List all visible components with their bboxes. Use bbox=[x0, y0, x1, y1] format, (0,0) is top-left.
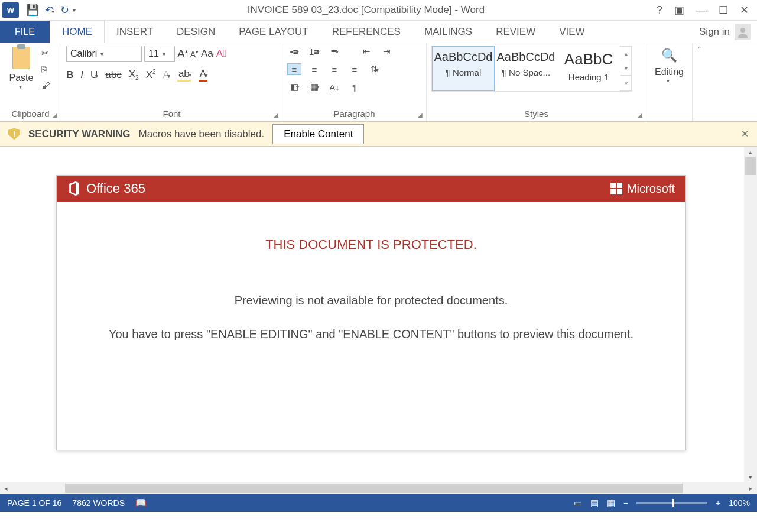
undo-icon[interactable]: ↶▾ bbox=[45, 4, 54, 17]
tab-references[interactable]: REFERENCES bbox=[320, 21, 412, 43]
collapse-ribbon-icon[interactable]: ˄ bbox=[693, 43, 706, 121]
tab-view[interactable]: VIEW bbox=[547, 21, 596, 43]
print-layout-icon[interactable]: ▤ bbox=[590, 498, 599, 508]
italic-button[interactable]: I bbox=[80, 69, 83, 81]
strikethrough-button[interactable]: abc bbox=[105, 69, 121, 81]
clear-formatting-icon[interactable]: A⃠ bbox=[216, 48, 227, 60]
tab-page-layout[interactable]: PAGE LAYOUT bbox=[227, 21, 320, 43]
styles-gallery-scroll[interactable]: ▴ ▾ ▿ bbox=[620, 46, 632, 91]
justify-icon[interactable]: ≡ bbox=[347, 63, 362, 75]
zoom-level[interactable]: 100% bbox=[729, 498, 750, 508]
increase-indent-icon[interactable]: ⇥ bbox=[379, 46, 394, 57]
align-center-icon[interactable]: ≡ bbox=[307, 63, 321, 75]
spelling-icon[interactable]: 📖 bbox=[135, 498, 147, 508]
close-icon[interactable]: ✕ bbox=[740, 4, 749, 17]
line-spacing-icon[interactable]: ⇅▾ bbox=[368, 63, 382, 75]
sign-in[interactable]: Sign in bbox=[699, 21, 757, 43]
paste-button[interactable]: Paste ▾ bbox=[5, 46, 38, 90]
styles-scroll-down-icon[interactable]: ▾ bbox=[620, 61, 631, 76]
style-no-spacing[interactable]: AaBbCcDd ¶ No Spac... bbox=[495, 46, 557, 91]
bold-button[interactable]: B bbox=[66, 69, 73, 81]
zoom-slider[interactable] bbox=[636, 502, 707, 504]
horizontal-scroll-thumb[interactable] bbox=[65, 484, 683, 493]
group-styles: AaBbCcDd ¶ Normal AaBbCcDd ¶ No Spac... … bbox=[427, 43, 646, 121]
group-editing: 🔍 Editing ▾ bbox=[646, 43, 693, 121]
scroll-up-icon[interactable]: ▴ bbox=[749, 147, 752, 157]
enable-content-button[interactable]: Enable Content bbox=[272, 124, 364, 144]
styles-scroll-up-icon[interactable]: ▴ bbox=[620, 47, 631, 61]
scroll-down-icon[interactable]: ▾ bbox=[749, 472, 752, 482]
horizontal-scrollbar[interactable]: ◂ ▸ bbox=[0, 482, 757, 494]
font-dialog-launcher-icon[interactable]: ◢ bbox=[274, 112, 278, 118]
underline-button[interactable]: U▾ bbox=[90, 69, 98, 81]
borders-icon[interactable]: ▦▾ bbox=[307, 81, 321, 93]
highlight-icon[interactable]: ab▾ bbox=[177, 68, 191, 82]
change-case-icon[interactable]: Aa▾ bbox=[201, 48, 214, 60]
paragraph-dialog-launcher-icon[interactable]: ◢ bbox=[418, 112, 423, 118]
grow-font-icon[interactable]: A▴ bbox=[177, 47, 188, 60]
style-heading-1[interactable]: AaBbC Heading 1 bbox=[557, 46, 620, 91]
editing-dropdown-icon[interactable]: ▾ bbox=[667, 77, 670, 84]
sign-in-label: Sign in bbox=[699, 26, 730, 38]
align-right-icon[interactable]: ≡ bbox=[327, 63, 342, 75]
security-bar-close-icon[interactable]: ✕ bbox=[741, 128, 749, 140]
tab-review[interactable]: REVIEW bbox=[484, 21, 547, 43]
scroll-right-icon[interactable]: ▸ bbox=[745, 482, 757, 494]
document-viewport[interactable]: Office 365 Microsoft THIS DOCUMENT IS PR… bbox=[0, 147, 744, 482]
zoom-in-icon[interactable]: + bbox=[716, 498, 720, 508]
subscript-button[interactable]: X2 bbox=[129, 69, 139, 81]
sort-icon[interactable]: A↓ bbox=[327, 81, 342, 93]
cut-icon[interactable]: ✂ bbox=[41, 48, 50, 59]
font-color-icon[interactable]: A▾ bbox=[199, 68, 208, 82]
scroll-left-icon[interactable]: ◂ bbox=[0, 482, 12, 494]
styles-expand-icon[interactable]: ▿ bbox=[620, 76, 631, 90]
numbering-icon[interactable]: 1≡▾ bbox=[307, 46, 321, 57]
tab-design[interactable]: DESIGN bbox=[165, 21, 227, 43]
office-logo-icon bbox=[67, 181, 80, 196]
decrease-indent-icon[interactable]: ⇤ bbox=[359, 46, 373, 57]
clipboard-dialog-launcher-icon[interactable]: ◢ bbox=[53, 112, 57, 118]
word-count[interactable]: 7862 WORDS bbox=[72, 498, 125, 508]
font-name-combo[interactable]: Calibri▾ bbox=[66, 46, 142, 62]
tab-home[interactable]: HOME bbox=[50, 21, 105, 43]
tab-file[interactable]: FILE bbox=[0, 21, 50, 43]
minimize-icon[interactable]: — bbox=[696, 4, 707, 17]
styles-dialog-launcher-icon[interactable]: ◢ bbox=[638, 112, 642, 118]
status-bar: PAGE 1 OF 16 7862 WORDS 📖 ▭ ▤ ▦ − + 100% bbox=[0, 494, 757, 512]
find-icon[interactable]: 🔍 bbox=[661, 48, 677, 63]
editing-label: Editing bbox=[655, 67, 684, 77]
text-effects-icon[interactable]: A▾ bbox=[163, 69, 170, 81]
align-left-icon[interactable]: ≡ bbox=[287, 63, 301, 75]
group-font: Calibri▾ 11▾ A▴ A▾ Aa▾ A⃠ B I U▾ abc X2 … bbox=[61, 43, 282, 121]
bullets-icon[interactable]: •≡▾ bbox=[287, 46, 301, 57]
copy-icon[interactable]: ⎘ bbox=[41, 64, 50, 74]
paste-dropdown-icon[interactable]: ▾ bbox=[19, 83, 22, 90]
zoom-out-icon[interactable]: − bbox=[623, 498, 628, 508]
save-icon[interactable]: 💾 bbox=[26, 4, 39, 17]
help-icon[interactable]: ? bbox=[657, 4, 662, 17]
document-area: Office 365 Microsoft THIS DOCUMENT IS PR… bbox=[0, 147, 757, 482]
page-indicator[interactable]: PAGE 1 OF 16 bbox=[7, 498, 61, 508]
tab-insert[interactable]: INSERT bbox=[105, 21, 165, 43]
read-mode-icon[interactable]: ▭ bbox=[574, 498, 582, 508]
microsoft-label: Microsoft bbox=[627, 182, 675, 196]
multilevel-list-icon[interactable]: ≣▾ bbox=[327, 46, 342, 57]
vertical-scrollbar[interactable]: ▴ ▾ bbox=[744, 147, 757, 482]
style-normal[interactable]: AaBbCcDd ¶ Normal bbox=[432, 46, 495, 91]
word-app-icon: W bbox=[2, 2, 19, 18]
shrink-font-icon[interactable]: A▾ bbox=[190, 49, 199, 59]
web-layout-icon[interactable]: ▦ bbox=[607, 498, 615, 508]
show-marks-icon[interactable]: ¶ bbox=[347, 81, 362, 93]
ribbon-tabs: FILE HOME INSERT DESIGN PAGE LAYOUT REFE… bbox=[0, 21, 757, 43]
security-warning-title: SECURITY WARNING bbox=[28, 128, 131, 140]
maximize-icon[interactable]: ☐ bbox=[719, 4, 728, 17]
tab-mailings[interactable]: MAILINGS bbox=[412, 21, 484, 43]
redo-icon[interactable]: ↻ bbox=[60, 4, 69, 17]
shading-icon[interactable]: ◧▾ bbox=[287, 81, 301, 93]
format-painter-icon[interactable]: 🖌 bbox=[41, 80, 50, 90]
superscript-button[interactable]: X2 bbox=[146, 69, 156, 81]
ribbon-display-options-icon[interactable]: ▣ bbox=[674, 4, 684, 17]
security-warning-message: Macros have been disabled. bbox=[139, 128, 265, 140]
font-size-combo[interactable]: 11▾ bbox=[144, 46, 175, 62]
vertical-scroll-thumb[interactable] bbox=[745, 157, 756, 175]
